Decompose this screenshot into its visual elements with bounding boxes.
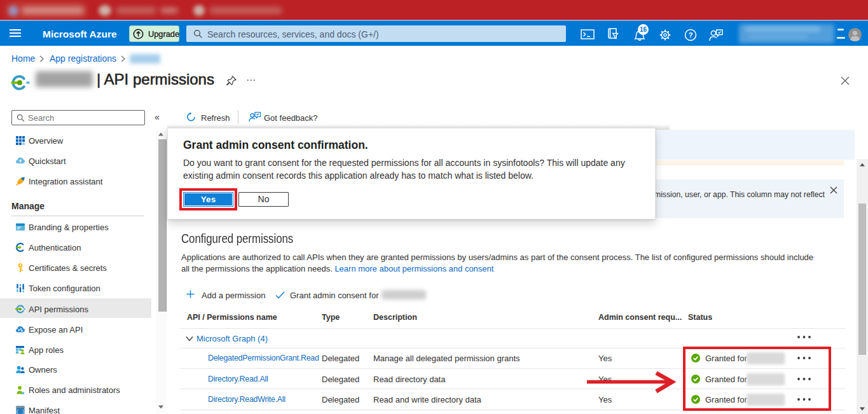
svg-text:?: ? [689, 31, 693, 39]
svg-text:{ }: { } [16, 409, 25, 414]
